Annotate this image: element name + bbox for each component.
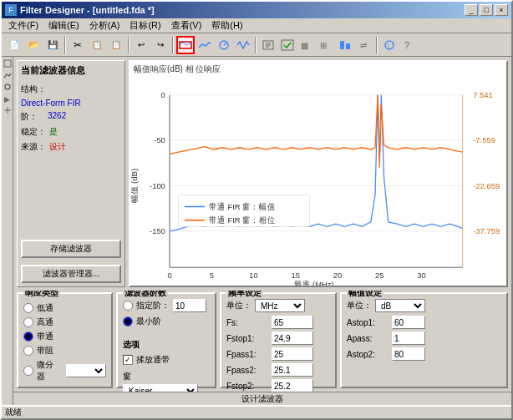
toolbar-help[interactable]: ? [399, 36, 418, 54]
specify-order-label: 指定阶： [136, 300, 170, 311]
toolbar-chart4[interactable] [234, 36, 252, 54]
title-bar: F Filter Designer - [untitled.fda *] _ □… [2, 2, 511, 18]
info-row-stable: 稳定： 是 [21, 126, 121, 138]
apass-input[interactable] [392, 331, 425, 345]
fstop2-input[interactable] [272, 379, 313, 392]
order-value-input[interactable] [173, 299, 206, 312]
fs-row: Fs: [226, 316, 330, 329]
min-order-radio[interactable] [123, 316, 133, 326]
toolbar-action1[interactable] [259, 36, 277, 54]
fpass1-label: Fpass1: [226, 350, 268, 359]
manage-filter-button[interactable]: 滤波器管理器... [21, 265, 121, 283]
fs-label: Fs: [226, 318, 268, 327]
filter-info-panel: 当前滤波器信息 结构： Direct-Form FIR 阶： 3262 稳定： … [17, 60, 125, 287]
sidebar-icon-3[interactable] [3, 82, 13, 92]
radio-lowpass-input[interactable] [23, 303, 33, 313]
fpass2-row: Fpass2: [226, 363, 330, 377]
fs-input[interactable] [272, 316, 313, 329]
toolbar-cut[interactable]: ✂ [69, 36, 87, 54]
passband-checkbox[interactable]: ✓ [123, 355, 133, 365]
min-order-row: 最小阶 [123, 316, 210, 327]
window-title: Filter Designer - [untitled.fda *] [20, 5, 155, 15]
svg-text:⊞: ⊞ [320, 41, 327, 50]
sidebar-icon-1[interactable] [3, 58, 13, 68]
sidebar-icon-4[interactable]: ▶ [3, 94, 13, 104]
freq-unit-select[interactable]: MHz [255, 299, 305, 312]
passband-row: ✓ 揉放通带 [123, 354, 210, 366]
chart-panel: 幅值响应(dB) 相 位响应 [129, 60, 508, 287]
min-order-label: 最小阶 [136, 316, 161, 327]
app-icon: F [5, 4, 17, 16]
astop1-row: Astop1: [347, 316, 501, 329]
radio-highpass-label: 高通 [37, 316, 53, 328]
fpass2-input[interactable] [272, 363, 313, 377]
sidebar-icon-2[interactable] [3, 70, 13, 80]
radio-diff-label: 微分器 [37, 359, 61, 382]
specify-order-radio[interactable] [123, 301, 133, 311]
svg-text:30: 30 [417, 271, 425, 280]
toolbar-action5[interactable] [336, 36, 354, 54]
svg-point-12 [385, 41, 394, 49]
toolbar-new[interactable]: 📄 [5, 36, 23, 54]
amp-unit-select[interactable]: dB [375, 299, 425, 312]
menu-help[interactable]: 帮助(H) [206, 18, 247, 33]
toolbar-paste[interactable]: 📋 [107, 36, 125, 54]
svg-text:▦: ▦ [301, 41, 308, 50]
source-label: 来源： [21, 141, 46, 153]
toolbar-undo[interactable]: ↩ [132, 36, 150, 54]
toolbar-action2[interactable] [278, 36, 297, 54]
passband-label: 揉放通带 [136, 354, 170, 366]
maximize-button[interactable]: □ [480, 4, 493, 16]
toolbar-open[interactable]: 📂 [24, 36, 43, 54]
design-filter-bar: 设计滤波器 [13, 392, 511, 405]
toolbar-info[interactable]: i [380, 36, 399, 54]
svg-text:i: i [388, 42, 389, 49]
window-select[interactable]: Kaiser [123, 384, 198, 392]
response-type-panel: 响应类型 低通 高通 带通 [17, 292, 113, 388]
options-text: 选项 [123, 340, 140, 349]
toolbar-save[interactable]: 💾 [43, 36, 62, 54]
svg-text:?: ? [404, 40, 409, 50]
radio-diff-input[interactable] [23, 366, 33, 376]
fstop1-label: Fstop1: [226, 334, 268, 343]
toolbar-chart1[interactable] [176, 36, 195, 54]
toolbar-chart2[interactable] [196, 36, 214, 54]
menu-view[interactable]: 查看(V) [166, 18, 207, 33]
svg-text:0: 0 [161, 90, 165, 99]
toolbar-copy[interactable]: 📋 [88, 36, 106, 54]
toolbar-redo[interactable]: ↪ [151, 36, 170, 54]
astop1-input[interactable] [392, 316, 425, 329]
toolbar-action6[interactable]: ⇌ [355, 36, 373, 54]
radio-highpass-input[interactable] [23, 317, 33, 327]
menu-target[interactable]: 目标(R) [124, 18, 165, 33]
radio-bandpass-input[interactable] [23, 331, 33, 342]
diff-select[interactable] [66, 364, 106, 377]
radio-bandstop-input[interactable] [23, 346, 33, 356]
order-panel-title: 滤波器阶数 [123, 291, 168, 299]
radio-lowpass-label: 低通 [37, 302, 53, 314]
options-label: 选项 [123, 339, 210, 351]
minimize-button[interactable]: _ [465, 4, 478, 16]
toolbar-chart3[interactable] [215, 36, 233, 54]
save-filter-button[interactable]: 存储滤波器 [21, 240, 121, 258]
fpass2-label: Fpass2: [226, 366, 268, 375]
astop2-input[interactable] [392, 347, 425, 361]
svg-text:20: 20 [333, 271, 342, 280]
svg-text:25: 25 [375, 271, 383, 280]
close-button[interactable]: × [495, 4, 508, 16]
toolbar-action3[interactable]: ▦ [297, 36, 316, 54]
menu-edit[interactable]: 编辑(E) [43, 18, 84, 33]
menu-analysis[interactable]: 分析(A) [84, 18, 125, 33]
menu-file[interactable]: 文件(F) [3, 18, 43, 33]
fstop1-input[interactable] [272, 331, 313, 345]
amplitude-panel: 幅值设定 单位： dB Astop1: Apass: [340, 292, 508, 388]
toolbar-action4[interactable]: ⊞ [317, 36, 335, 54]
radio-differentiator: 微分器 [23, 359, 106, 382]
toolbar-sep4 [255, 37, 256, 53]
info-row-structure-value: Direct-Form FIR [21, 99, 121, 108]
amp-unit-label: 单位： [347, 300, 372, 311]
design-method-label: 设计方法 [23, 387, 106, 392]
fpass1-input[interactable] [272, 347, 313, 361]
sidebar-icon-5[interactable] [3, 105, 13, 115]
svg-text:-7.559: -7.559 [473, 135, 495, 144]
